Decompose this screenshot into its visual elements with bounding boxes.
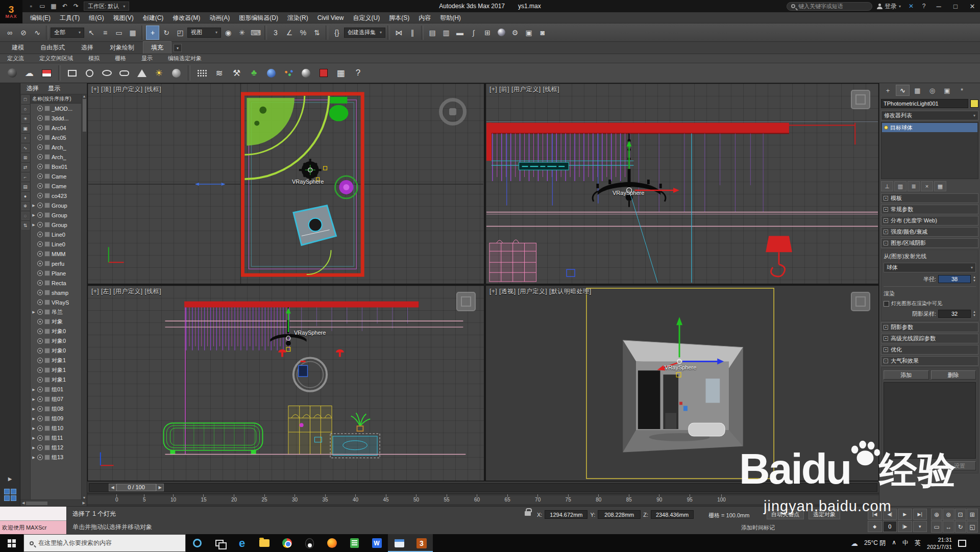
viewport-front-label[interactable]: [+] [前] [用户定义] [线框] <box>489 85 559 94</box>
taskbar-app-docs[interactable]: W <box>365 534 388 552</box>
taskbar-app-3dsmax[interactable]: 3 <box>410 534 433 552</box>
zoom-extents-all-icon[interactable]: ⊞ <box>967 509 978 520</box>
start-button[interactable] <box>0 534 23 552</box>
visibility-eye-icon[interactable] <box>37 445 43 450</box>
explorer-row[interactable]: ▶组11 <box>31 433 81 443</box>
ribbon-tab-4[interactable]: 填充 <box>143 41 172 54</box>
display-frozen-icon[interactable]: ❄ <box>21 202 30 210</box>
expand-arrow-icon[interactable]: ▶ <box>32 436 36 440</box>
menubar-item-7[interactable]: 图形编辑器(D) <box>234 12 283 23</box>
explorer-row[interactable]: 对象0 <box>31 327 81 336</box>
explorer-row[interactable]: shamp <box>31 288 81 297</box>
display-tab-icon[interactable]: ▣ <box>940 85 954 96</box>
add-effect-button[interactable]: 添加 <box>884 370 929 380</box>
explorer-row[interactable]: MMM <box>31 249 81 259</box>
visibility-eye-icon[interactable] <box>37 232 43 237</box>
named-selection-sets-dropdown[interactable]: 创建选择集▾ <box>344 28 385 38</box>
auto-key-button[interactable]: 自动关键点 <box>767 509 804 519</box>
viewport-layout-icon[interactable] <box>4 489 16 501</box>
explorer-row[interactable]: Line0 <box>31 239 81 249</box>
visibility-eye-icon[interactable] <box>37 338 43 344</box>
ellipse-shape-icon[interactable] <box>99 65 115 82</box>
weather-widget[interactable]: 25°C 阴 <box>864 539 886 547</box>
explorer-row[interactable]: _MOD... <box>31 104 81 113</box>
taskbar-app-chrome[interactable] <box>276 534 298 552</box>
explorer-row[interactable]: Arc04 <box>31 123 81 133</box>
remove-modifier-icon[interactable]: × <box>921 181 933 191</box>
display-geometry-icon[interactable]: □ <box>21 95 30 104</box>
expand-arrow-icon[interactable]: ▶ <box>32 397 36 402</box>
percent-snap-icon[interactable]: % <box>297 26 310 40</box>
explorer-row[interactable]: 对象 <box>31 317 81 327</box>
use-pivot-center-icon[interactable]: ◉ <box>222 26 235 40</box>
cortana-button[interactable] <box>186 534 208 552</box>
cone-shape-icon[interactable] <box>134 65 150 82</box>
visibility-eye-icon[interactable] <box>37 455 43 460</box>
color-dots-icon[interactable] <box>281 65 297 82</box>
keyboard-override-icon[interactable]: ⌨ <box>249 26 262 40</box>
visibility-eye-icon[interactable] <box>37 125 43 131</box>
minimize-button[interactable]: ─ <box>931 0 946 12</box>
visibility-eye-icon[interactable] <box>37 261 43 266</box>
visibility-eye-icon[interactable] <box>37 319 43 324</box>
menubar-item-13[interactable]: 帮助(H) <box>435 12 465 23</box>
rollout-intensity[interactable]: +强度/颜色/衰减 <box>881 227 978 237</box>
viewport-front[interactable]: [+] [前] [用户定义] [线框] <box>485 83 879 284</box>
unlink-selection-icon[interactable]: ⊘ <box>17 26 30 40</box>
scatter-dots-icon[interactable] <box>194 65 210 82</box>
scroll-left-icon[interactable]: ◀ <box>22 501 24 505</box>
select-and-rotate-icon[interactable]: ↻ <box>160 26 173 40</box>
help-icon[interactable]: ? <box>918 2 929 11</box>
menubar-item-5[interactable]: 修改器(M) <box>168 12 205 23</box>
stack-item-selected[interactable]: 目标球体 <box>882 123 977 132</box>
action-center-icon[interactable] <box>958 540 966 547</box>
visibility-eye-icon[interactable] <box>37 212 43 218</box>
modifier-stack[interactable]: 目标球体 <box>881 122 978 179</box>
menubar-item-2[interactable]: 组(G) <box>84 12 108 23</box>
z-coordinate-field[interactable]: 2348.436mm <box>651 510 694 519</box>
menubar-item-3[interactable]: 视图(V) <box>109 12 138 23</box>
viewport-top-label[interactable]: [+] [顶] [用户定义] [线框] <box>91 85 161 94</box>
menubar-item-12[interactable]: 内容 <box>414 12 435 23</box>
explorer-row[interactable]: 对象1 <box>31 375 81 385</box>
shape-type-dropdown[interactable]: 球体▾ <box>884 263 976 272</box>
explorer-row[interactable]: 对象0 <box>31 336 81 346</box>
viewport-left-label[interactable]: [+] [左] [用户定义] [线框] <box>91 287 161 296</box>
object-color-swatch[interactable] <box>970 99 978 108</box>
explorer-row[interactable]: 对象0 <box>31 346 81 356</box>
snap-toggle-3d-icon[interactable]: 3 <box>269 26 282 40</box>
display-groups-icon[interactable]: ⊞ <box>21 154 30 162</box>
explorer-hscrollbar[interactable]: ◀ ▶ <box>20 499 87 506</box>
explorer-row[interactable]: ▶组08 <box>31 404 81 414</box>
scroll-thumb[interactable] <box>83 99 86 132</box>
ribbon-panel-0[interactable]: 定义流 <box>7 55 24 62</box>
select-object-icon[interactable]: ↖ <box>85 26 98 40</box>
ribbon-tab-1[interactable]: 自由形式 <box>33 42 72 54</box>
visibility-eye-icon[interactable] <box>37 135 43 140</box>
explorer-row[interactable]: ▶组09 <box>31 414 81 423</box>
track-bar[interactable]: 0510152025303540455055606570758085909510… <box>87 493 879 506</box>
effects-listbox[interactable] <box>884 382 976 459</box>
rollout-atmospheres[interactable]: −大气和效果 <box>881 356 978 366</box>
rectangle-shape-icon[interactable] <box>64 65 80 82</box>
help-icon[interactable]: ? <box>350 65 366 82</box>
explorer-row[interactable]: Recta <box>31 278 81 288</box>
viewcube-compass-icon[interactable] <box>439 98 467 126</box>
chart-icon[interactable]: ▦ <box>333 65 349 82</box>
visibility-eye-icon[interactable] <box>37 154 43 160</box>
visibility-eye-icon[interactable] <box>37 329 43 334</box>
rollout-shadow-params[interactable]: +阴影参数 <box>881 322 978 332</box>
explorer-row[interactable]: perfu <box>31 259 81 268</box>
rectangular-selection-icon[interactable]: ▭ <box>112 26 126 40</box>
menubar-item-8[interactable]: 渲染(R) <box>283 12 313 23</box>
ribbon-flyout-icon[interactable]: ▾ <box>174 44 182 52</box>
selection-lock-icon[interactable] <box>525 511 531 516</box>
display-xrefs-icon[interactable]: ⇄ <box>21 163 30 171</box>
explorer-menu-select[interactable]: 选择 <box>27 84 39 93</box>
configure-modifier-sets-icon[interactable]: ▦ <box>934 181 946 191</box>
rollout-distribution[interactable]: +分布 (光度学 Web) <box>881 216 978 225</box>
red-swatch-icon[interactable] <box>315 65 331 82</box>
menubar-item-11[interactable]: 脚本(S) <box>384 12 414 23</box>
visibility-eye-icon[interactable] <box>37 406 43 412</box>
visibility-eye-icon[interactable] <box>37 396 43 402</box>
